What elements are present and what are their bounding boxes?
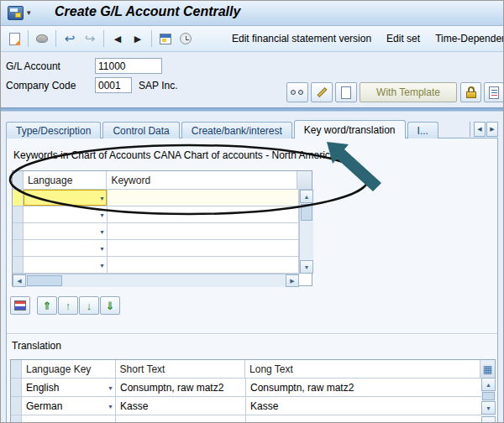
section-divider bbox=[1, 107, 503, 112]
company-code-input[interactable] bbox=[95, 77, 132, 93]
row-selector[interactable] bbox=[13, 206, 24, 223]
language-key-column-header[interactable]: Language Key bbox=[22, 360, 116, 379]
edit-button[interactable] bbox=[311, 82, 333, 102]
menu-time-dependent[interactable]: Time-Dependent bbox=[428, 33, 503, 44]
keyword-row: ▼ bbox=[13, 240, 312, 257]
new-document-button[interactable] bbox=[335, 82, 357, 102]
keywords-horizontal-scrollbar[interactable]: ◀ ▶ bbox=[13, 274, 299, 287]
forward-icon[interactable]: ▶ bbox=[128, 29, 148, 49]
short-text-column-header[interactable]: Short Text bbox=[116, 360, 245, 379]
dropdown-icon[interactable]: ▼ bbox=[99, 228, 105, 234]
document-lines-icon bbox=[489, 86, 499, 99]
keyword-cell[interactable] bbox=[108, 240, 299, 257]
tab-scroll-left-icon[interactable]: ◀ bbox=[474, 122, 486, 137]
language-key-cell[interactable]: English▼ bbox=[22, 379, 116, 397]
long-text-cell[interactable] bbox=[246, 415, 482, 423]
with-template-button[interactable]: With Template bbox=[360, 82, 457, 102]
keywords-vertical-scrollbar[interactable]: ▲ ▼ bbox=[299, 190, 313, 274]
dropdown-icon[interactable]: ▼ bbox=[108, 384, 113, 390]
scrollbar-thumb[interactable] bbox=[301, 204, 312, 221]
language-column-header[interactable]: Language bbox=[24, 171, 107, 190]
scrollbar-thumb[interactable] bbox=[482, 392, 495, 400]
toolbar-separator bbox=[151, 30, 152, 47]
redo-icon[interactable]: ↪ bbox=[80, 29, 100, 49]
scrollbar-thumb[interactable] bbox=[27, 275, 62, 286]
short-text-cell[interactable] bbox=[116, 415, 246, 423]
scrollbar-up-icon[interactable]: ▲ bbox=[481, 378, 496, 391]
scrollbar-up-icon[interactable]: ▲ bbox=[300, 190, 313, 203]
row-selector[interactable] bbox=[13, 240, 24, 257]
tab-type-description[interactable]: Type/Description bbox=[6, 122, 101, 138]
calendar-glyph bbox=[160, 34, 171, 44]
keyword-cell[interactable] bbox=[108, 190, 299, 206]
language-cell[interactable]: ▼ bbox=[24, 240, 108, 257]
language-cell[interactable]: ▼ bbox=[24, 206, 108, 223]
display-change-button[interactable] bbox=[286, 82, 308, 102]
select-all-cell[interactable] bbox=[11, 360, 22, 379]
long-text-cell[interactable]: Consumptn, raw matz2 bbox=[246, 379, 482, 397]
select-all-cell[interactable] bbox=[13, 171, 24, 190]
block-button[interactable] bbox=[460, 82, 481, 102]
translation-row: English▼ Consumptn, raw matz2 Consumptn,… bbox=[11, 379, 495, 397]
dropdown-icon[interactable]: ▼ bbox=[99, 245, 105, 251]
row-selector[interactable] bbox=[13, 190, 24, 206]
dropdown-icon[interactable]: ▼ bbox=[99, 212, 105, 217]
overview-icon[interactable] bbox=[32, 29, 52, 49]
undo-icon[interactable]: ↩ bbox=[60, 29, 80, 49]
language-key-cell[interactable]: German▼ bbox=[22, 397, 116, 415]
tab-create-bank-interest[interactable]: Create/bank/interest bbox=[181, 122, 292, 138]
keyword-row: ▼ bbox=[13, 190, 312, 206]
translation-vertical-scrollbar[interactable]: ▲ ▼ bbox=[481, 378, 496, 423]
language-cell[interactable]: ▼ bbox=[24, 223, 108, 240]
tab-scroll-right-icon[interactable]: ▶ bbox=[486, 122, 498, 137]
long-text-column-header[interactable]: Long Text bbox=[245, 360, 480, 379]
short-text-cell[interactable]: Consumptn, raw matz2 bbox=[116, 379, 246, 397]
row-selector[interactable] bbox=[11, 379, 22, 397]
dropdown-icon[interactable]: ▼ bbox=[99, 195, 105, 201]
calendar-icon[interactable] bbox=[155, 29, 176, 49]
tab-information[interactable]: I... bbox=[407, 122, 438, 138]
translation-divider bbox=[7, 333, 497, 335]
short-text-cell[interactable]: Kasse bbox=[116, 397, 246, 415]
keyword-cell[interactable] bbox=[108, 206, 299, 223]
dropdown-icon[interactable]: ▼ bbox=[99, 262, 105, 268]
row-selector[interactable] bbox=[11, 415, 22, 423]
table-page-up-button[interactable]: ↑ bbox=[58, 296, 78, 315]
keyword-cell[interactable] bbox=[108, 223, 299, 240]
table-page-down-button[interactable]: ↓ bbox=[79, 296, 99, 315]
create-document-icon[interactable] bbox=[4, 29, 24, 49]
scrollbar-left-icon[interactable]: ◀ bbox=[13, 274, 26, 287]
document-icon bbox=[9, 33, 20, 45]
long-text-cell[interactable]: Kasse bbox=[246, 397, 482, 415]
window-menu-icon[interactable]: ▾ bbox=[27, 8, 31, 17]
row-operations-button[interactable] bbox=[10, 296, 30, 315]
keyword-column-header[interactable]: Keyword bbox=[107, 171, 297, 190]
language-cell[interactable]: ▼ bbox=[24, 257, 108, 274]
menu-edit-financial-statement-version[interactable]: Edit financial statement version bbox=[224, 33, 379, 44]
document-lines-button[interactable] bbox=[484, 82, 504, 102]
scrollbar-down-icon[interactable]: ▼ bbox=[300, 260, 313, 274]
table-settings-icon[interactable]: ▦ bbox=[480, 360, 495, 379]
dropdown-icon[interactable]: ▼ bbox=[108, 403, 113, 409]
row-selector[interactable] bbox=[13, 257, 24, 274]
table-scroll-bottom-button[interactable]: ⇓ bbox=[100, 296, 120, 315]
clock-icon[interactable] bbox=[176, 29, 196, 49]
language-key-cell[interactable] bbox=[22, 415, 116, 423]
header-form: G/L Account Company Code SAP Inc. With T… bbox=[1, 52, 503, 107]
back-icon[interactable]: ◀ bbox=[108, 29, 128, 49]
scrollbar-right-icon[interactable]: ▶ bbox=[286, 274, 299, 287]
row-selector[interactable] bbox=[11, 397, 22, 415]
menu-edit-set[interactable]: Edit set bbox=[379, 33, 428, 44]
display-change-icon bbox=[291, 88, 304, 97]
tab-label: Key word/translation bbox=[304, 124, 396, 136]
tab-control-data[interactable]: Control Data bbox=[102, 122, 179, 138]
tab-key-word-translation[interactable]: Key word/translation bbox=[294, 120, 406, 138]
scrollbar-down-icon[interactable]: ▼ bbox=[481, 401, 496, 415]
tab-panel: Keywords in Chart of Accounts CANA Chart… bbox=[6, 138, 498, 423]
row-selector[interactable] bbox=[13, 223, 24, 240]
gl-account-input[interactable] bbox=[95, 58, 162, 74]
blank-page-icon bbox=[341, 86, 351, 99]
language-cell[interactable]: ▼ bbox=[24, 190, 108, 206]
table-scroll-top-button[interactable]: ⇑ bbox=[37, 296, 57, 315]
keyword-cell[interactable] bbox=[108, 257, 299, 274]
